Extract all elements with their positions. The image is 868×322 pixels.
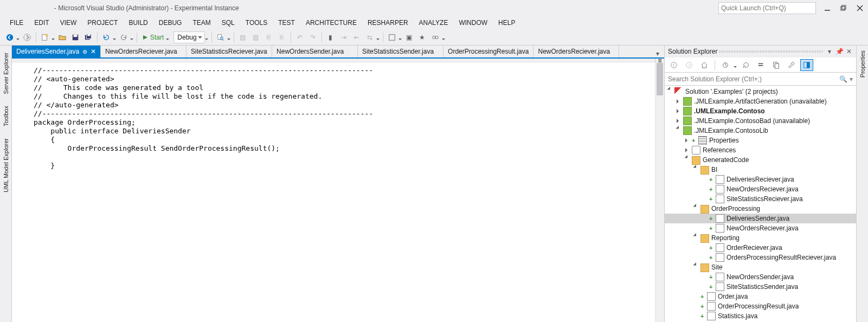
toolbar-button[interactable]: ★ xyxy=(416,31,428,43)
close-icon[interactable]: ✕ xyxy=(91,48,96,55)
tree-item[interactable]: +OrdersProcessingResultReciever.java xyxy=(665,253,856,262)
home-button[interactable] xyxy=(698,59,711,71)
tree-item[interactable]: References xyxy=(665,145,856,155)
toolbar-button[interactable]: ▣ xyxy=(403,31,415,43)
toolbar-button[interactable]: ⇆ xyxy=(364,31,376,43)
nav-back-button[interactable] xyxy=(4,31,16,43)
expand-icon[interactable] xyxy=(684,137,691,144)
tree-item[interactable]: +DeliveriesReciever.java xyxy=(665,175,856,184)
tree-item[interactable]: .JMLExample.ArtifactGeneration (unavaila… xyxy=(665,96,856,106)
collapse-icon[interactable] xyxy=(684,157,691,163)
code-editor[interactable]: //--------------------------------------… xyxy=(12,63,664,322)
tree-item[interactable]: .JMLExample.ContosoBad (unavailable) xyxy=(665,116,856,126)
doc-tab[interactable]: DeliveriesSender.java⊕✕ xyxy=(12,46,101,57)
solution-config-combo[interactable]: Debug xyxy=(173,31,204,43)
tree-item[interactable]: +OrderReciever.java xyxy=(665,243,856,253)
toolbar-button[interactable]: ↶ xyxy=(294,31,306,43)
comment-button[interactable]: ▤ xyxy=(237,31,249,43)
expand-icon[interactable] xyxy=(676,98,682,105)
tree-item[interactable]: Solution '.Examples' (2 projects) xyxy=(665,87,856,96)
tree-item[interactable]: +Order.java xyxy=(665,292,856,301)
menu-resharper[interactable]: RESHARPER xyxy=(362,16,414,29)
menu-tools[interactable]: TOOLS xyxy=(240,16,273,29)
toolbar-button[interactable]: ⇤ xyxy=(351,31,363,43)
tree-item[interactable]: +NewOrdersReciever.java xyxy=(665,184,856,194)
tree-item[interactable]: +Statistics.java xyxy=(665,311,856,321)
back-button[interactable] xyxy=(667,59,680,71)
vertical-scrollbar[interactable] xyxy=(655,63,664,322)
toolbar-button[interactable] xyxy=(429,31,441,43)
tree-item[interactable]: +SiteStatisticsSender.java xyxy=(665,282,856,292)
toolbar-button[interactable]: ⎘ xyxy=(263,31,275,43)
collapse-icon[interactable] xyxy=(693,235,699,241)
tree-item[interactable]: GeneratedCode xyxy=(665,155,856,165)
solution-explorer-search-input[interactable] xyxy=(668,75,839,83)
forward-button[interactable] xyxy=(683,59,696,71)
menu-edit[interactable]: EDIT xyxy=(29,16,54,29)
find-in-files-button[interactable] xyxy=(215,31,227,43)
properties-button[interactable] xyxy=(785,59,798,71)
menu-help[interactable]: HELP xyxy=(493,16,520,29)
collapse-all-button[interactable] xyxy=(755,59,768,71)
code-text[interactable]: //--------------------------------------… xyxy=(12,63,664,173)
dropdown-icon[interactable]: ▾ xyxy=(850,75,853,83)
side-tab-toolbox[interactable]: Toolbox xyxy=(1,101,11,131)
solution-explorer-search[interactable]: 🔍 ▾ xyxy=(665,73,856,86)
show-all-files-button[interactable] xyxy=(770,59,783,71)
uncomment-button[interactable]: ▥ xyxy=(250,31,262,43)
doc-tab[interactable]: NewOrdersSender.java xyxy=(272,46,358,57)
window-menu-icon[interactable]: ▾ xyxy=(826,48,833,55)
menu-debug[interactable]: DEBUG xyxy=(153,16,188,29)
close-button[interactable] xyxy=(852,2,868,14)
collapse-icon[interactable] xyxy=(693,264,699,271)
menu-analyze[interactable]: ANALYZE xyxy=(414,16,454,29)
toolbar-button[interactable]: ⇥ xyxy=(338,31,350,43)
pin-icon[interactable]: 📌 xyxy=(835,48,843,55)
tree-item[interactable]: Reporting xyxy=(665,233,856,243)
toolbar-button[interactable] xyxy=(386,31,398,43)
undo-button[interactable] xyxy=(100,31,112,43)
expand-icon[interactable] xyxy=(676,118,682,124)
menu-file[interactable]: FILE xyxy=(4,16,29,29)
doc-tab[interactable]: SiteStatisticsReciever.java xyxy=(187,46,272,57)
expand-icon[interactable] xyxy=(684,147,691,153)
save-all-button[interactable] xyxy=(82,31,94,43)
save-button[interactable] xyxy=(69,31,81,43)
tree-item[interactable]: +OrderProcessingResult.java xyxy=(665,301,856,311)
scrollbar-thumb[interactable] xyxy=(657,63,663,95)
tree-item[interactable]: BI xyxy=(665,165,856,175)
toolbar-button[interactable]: ▮ xyxy=(325,31,337,43)
tree-item[interactable]: OrderProcessing xyxy=(665,204,856,214)
menu-project[interactable]: PROJECT xyxy=(82,16,123,29)
side-tab-properties[interactable]: Properties xyxy=(858,46,867,82)
start-debug-button[interactable]: Start xyxy=(139,34,173,41)
panel-header[interactable]: Solution Explorer ▾ 📌 ✕ xyxy=(665,46,856,57)
toolbar-button[interactable]: ↷ xyxy=(307,31,319,43)
side-tab-server-explorer[interactable]: Server Explorer xyxy=(1,48,11,99)
menu-architecture[interactable]: ARCHITECTURE xyxy=(300,16,362,29)
menu-team[interactable]: TEAM xyxy=(187,16,216,29)
doc-tab[interactable]: OrderProcessingResult.java xyxy=(443,46,533,57)
collapse-icon[interactable] xyxy=(693,166,699,173)
solution-tree[interactable]: Solution '.Examples' (2 projects).JMLExa… xyxy=(665,86,856,322)
collapse-icon[interactable] xyxy=(693,205,699,212)
quick-launch-input[interactable] xyxy=(721,4,813,12)
preview-button[interactable] xyxy=(800,59,813,71)
split-handle[interactable]: ≡ xyxy=(655,59,664,63)
menu-view[interactable]: VIEW xyxy=(55,16,82,29)
tree-item[interactable]: +SiteStatisticsReciever.java xyxy=(665,194,856,204)
toolbar-button[interactable]: ⎘ xyxy=(276,31,288,43)
tree-item[interactable]: +NewOrdersReciever.java xyxy=(665,223,856,233)
doc-tab[interactable]: NewOrdersReciever.java xyxy=(533,46,619,57)
tree-item[interactable]: +NewOrdersSender.java xyxy=(665,272,856,282)
tree-item[interactable]: +DeliveriesSender.java xyxy=(665,214,856,223)
menu-test[interactable]: TEST xyxy=(273,16,300,29)
menu-window[interactable]: WINDOW xyxy=(453,16,493,29)
doc-tab[interactable]: NewOrdersReciever.java xyxy=(101,46,187,57)
refresh-button[interactable] xyxy=(740,59,753,71)
redo-button[interactable] xyxy=(118,31,130,43)
sync-button[interactable] xyxy=(719,59,732,71)
close-icon[interactable]: ✕ xyxy=(845,48,853,55)
collapse-icon[interactable] xyxy=(676,127,682,134)
open-file-button[interactable] xyxy=(56,31,68,43)
